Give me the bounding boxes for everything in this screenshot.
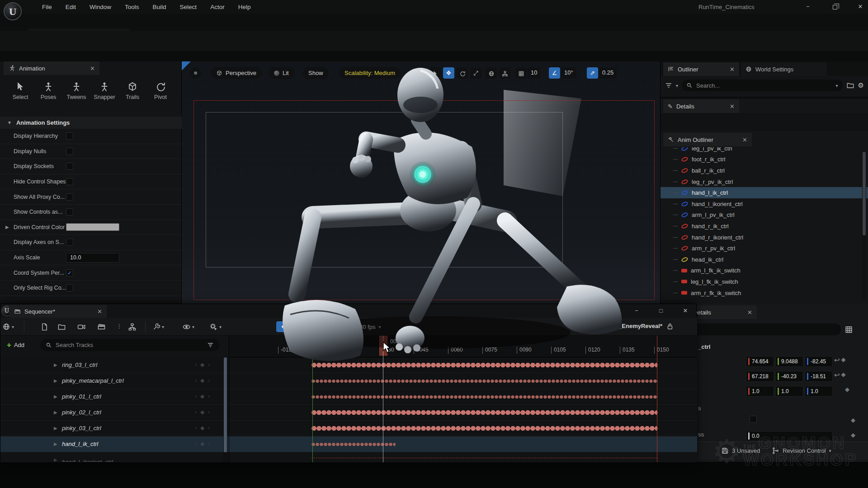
keyframe-dots[interactable] (311, 379, 658, 383)
menu-edit[interactable]: Edit (59, 4, 83, 10)
tab-animation[interactable]: Animation ✕ (4, 61, 99, 75)
track-area[interactable]: ▶ ring_03_l_ctrl ‹◆› ▶ pinky_metacarpal_… (0, 357, 697, 462)
list-item[interactable]: arm_l_pv_ik_ctrl (660, 210, 868, 221)
browse-sequence-icon[interactable] (57, 323, 66, 331)
key-nav-icons[interactable]: ‹◆› (195, 377, 213, 384)
chevron-right-icon[interactable]: ▶ (54, 457, 57, 462)
list-item[interactable]: leg_l_fk_ik_switch (660, 276, 868, 287)
y-field[interactable]: 1.0 (775, 386, 803, 397)
close-icon[interactable]: ✕ (730, 103, 735, 110)
camera-icon[interactable] (77, 323, 86, 331)
track-row[interactable]: ▶ pinky_02_l_ctrl ‹◆› (0, 405, 697, 421)
menu-help[interactable]: Help (231, 4, 258, 10)
rotate-tool-icon[interactable] (457, 67, 468, 79)
revision-control-button[interactable]: Revision Control ▾ (772, 447, 831, 455)
list-item[interactable]: arm_l_fk_ik_switch (660, 265, 868, 277)
timeline-ruler[interactable]: -015 0000 0015 0030 0045 0060 0075 0090 … (229, 336, 697, 357)
tool-trails[interactable]: Trails (119, 81, 146, 100)
tab-sequencer[interactable]: Sequencer* ✕ (9, 305, 107, 318)
playhead-line[interactable] (383, 336, 383, 462)
x-field[interactable]: 74.654 (746, 356, 774, 367)
close-icon[interactable]: ✕ (747, 309, 752, 316)
chevron-right-icon[interactable]: ▶ (5, 225, 9, 230)
outliner-search-input[interactable]: Search... ▾ (682, 80, 843, 91)
list-item[interactable]: arm_r_fk_ik_switch (660, 287, 868, 299)
chevron-right-icon[interactable]: ▶ (54, 441, 57, 446)
z-field[interactable]: 1.0 (805, 386, 833, 397)
track-row[interactable]: ▶ ring_03_l_ctrl ‹◆› (0, 357, 697, 373)
chevron-right-icon[interactable]: ▶ (54, 378, 57, 383)
unsaved-button[interactable]: 3 Unsaved (721, 447, 760, 455)
fps-dropdown[interactable]: 30 fps▾ (359, 321, 381, 332)
filter-icon[interactable] (207, 342, 214, 348)
minimize-button[interactable]: − (801, 3, 815, 11)
list-item[interactable]: hand_r_ik_ctrl (660, 221, 868, 232)
search-tracks-input[interactable]: Search Tracks (40, 339, 219, 351)
close-icon[interactable]: ✕ (90, 65, 95, 72)
checkbox[interactable] (66, 148, 73, 155)
auto-key-button[interactable] (276, 321, 293, 332)
checkbox[interactable] (66, 208, 73, 216)
grid-snap-value[interactable]: 10 (528, 67, 540, 79)
kebab-menu-icon[interactable]: ⋮ (347, 323, 353, 329)
tool-snapper[interactable]: Snapper (91, 81, 118, 100)
seq-close-button[interactable]: ✕ (679, 307, 692, 315)
rotation-snap-value[interactable]: 10° (561, 67, 576, 79)
y-field[interactable]: -40.23 (775, 371, 803, 382)
gear-icon[interactable]: ⚙ (858, 81, 864, 89)
menu-window[interactable]: Window (83, 4, 118, 10)
world-space-icon[interactable] (486, 67, 497, 79)
scale-snap-icon[interactable]: ⇗ (587, 67, 598, 79)
menu-select[interactable]: Select (173, 4, 204, 10)
checkbox[interactable] (66, 132, 73, 140)
unreal-logo[interactable]: U (4, 2, 22, 20)
seq-minimize-button[interactable]: − (630, 307, 643, 315)
checkbox[interactable] (750, 416, 757, 423)
scale-tool-icon[interactable]: ⤢ (470, 67, 481, 79)
close-icon[interactable]: ✕ (730, 66, 735, 73)
restore-button[interactable] (828, 3, 842, 11)
chevron-down-icon[interactable]: ▾ (676, 83, 678, 88)
display-grid-icon[interactable] (844, 325, 853, 334)
z-field[interactable]: -18.51 (805, 371, 833, 382)
chevron-right-icon[interactable]: ▶ (54, 394, 57, 399)
surface-snap-icon[interactable] (499, 67, 510, 79)
animation-settings-header[interactable]: ▼ Animation Settings (0, 117, 182, 129)
axis-scale-field[interactable]: 10.0 (66, 253, 119, 263)
checkbox[interactable] (66, 284, 73, 291)
list-item[interactable]: ball_r_ik_ctrl (660, 165, 868, 176)
checkbox[interactable] (66, 178, 73, 185)
track-row[interactable]: ▶ pinky_03_l_ctrl ‹◆› (0, 421, 697, 436)
kebab-menu-icon[interactable]: ⋮ (116, 323, 122, 329)
details-search-input[interactable]: ch (681, 324, 841, 335)
x-field[interactable]: 67.218 (746, 371, 774, 382)
key-nav-icons[interactable]: ‹◆› (195, 425, 213, 431)
lit-dropdown[interactable]: Lit (269, 67, 294, 79)
list-item[interactable]: hand_r_ikorient_ctrl (660, 232, 868, 243)
translate-tool-icon[interactable]: ✥ (443, 67, 454, 79)
reset-icon[interactable]: ↩ (834, 371, 840, 382)
sequence-settings-dropdown[interactable]: ▾ (152, 321, 164, 332)
checkbox[interactable] (66, 193, 73, 201)
z-field[interactable]: -82.45 (805, 356, 833, 367)
tab-details-top[interactable]: ✎ Details ✕ (663, 99, 739, 113)
keyframe-diamond-icon[interactable]: ◆ (845, 386, 849, 397)
close-icon[interactable]: ✕ (742, 136, 747, 143)
menu-actor[interactable]: Actor (203, 4, 231, 10)
list-item-selected[interactable]: hand_l_ik_ctrl (660, 187, 868, 198)
list-item[interactable]: leg_l_pv_ik_ctrl (660, 147, 868, 154)
tab-anim-outliner[interactable]: Anim Outliner ✕ (663, 133, 752, 146)
tool-select[interactable]: Select (7, 81, 33, 100)
track-row-partial[interactable]: ▶ hand_l_ikorient_ctrl (0, 452, 697, 462)
checkbox-checked[interactable]: ✓ (66, 269, 73, 277)
perspective-dropdown[interactable]: Perspective (211, 67, 262, 79)
world-dropdown[interactable]: ▾ (2, 321, 14, 332)
hierarchy-icon[interactable] (128, 323, 137, 331)
tab-world-settings[interactable]: World Settings (741, 62, 827, 76)
playback-options-dropdown[interactable]: ▾ (209, 321, 222, 332)
menu-file[interactable]: File (35, 4, 59, 10)
scale-snap-value[interactable]: 0.25 (599, 67, 617, 79)
keyframe-diamond-icon[interactable]: ◆ (841, 356, 846, 367)
list-item[interactable]: hand_l_ikorient_ctrl (660, 198, 868, 210)
keyframe-dots[interactable] (311, 395, 658, 399)
